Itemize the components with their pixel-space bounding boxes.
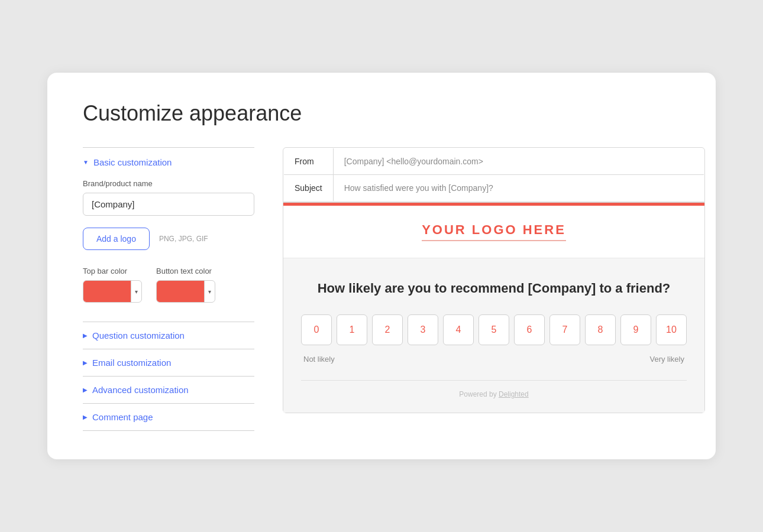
- nps-labels: Not likely Very likely: [301, 355, 687, 364]
- button-text-color-label: Button text color: [156, 267, 215, 275]
- nps-button-6[interactable]: 6: [514, 314, 545, 345]
- chevron-right-icon: [83, 387, 88, 393]
- chevron-down-icon: [83, 159, 89, 166]
- nps-button-10[interactable]: 10: [656, 314, 687, 345]
- email-preview-table-wrapper: From [Company] <hello@yourdomain.com> Su…: [283, 147, 705, 202]
- advanced-customization-section[interactable]: Advanced customization: [83, 376, 254, 403]
- top-bar-color-field: Top bar color ▾: [83, 267, 142, 303]
- button-text-color-picker[interactable]: ▾: [156, 280, 215, 303]
- file-hint: PNG, JPG, GIF: [159, 235, 208, 243]
- add-logo-button[interactable]: Add a logo: [83, 228, 150, 250]
- powered-by-text: Powered by: [459, 390, 496, 398]
- nps-button-9[interactable]: 9: [620, 314, 651, 345]
- button-text-color-swatch: [157, 281, 204, 302]
- comment-page-section[interactable]: Comment page: [83, 403, 254, 431]
- brand-name-input[interactable]: [83, 193, 254, 216]
- nps-scale: 012345678910: [301, 314, 687, 345]
- powered-by-brand[interactable]: Delighted: [499, 390, 529, 398]
- brand-name-field: Brand/product name: [83, 179, 254, 216]
- advanced-customization-label: Advanced customization: [92, 385, 189, 395]
- chevron-right-icon: [83, 332, 88, 339]
- nps-button-0[interactable]: 0: [301, 314, 332, 345]
- subject-label: Subject: [284, 175, 334, 202]
- main-card: Customize appearance Basic customization…: [47, 73, 716, 459]
- question-customization-section[interactable]: Question customization: [83, 322, 254, 349]
- chevron-right-icon: [83, 414, 88, 420]
- logo-row: Add a logo PNG, JPG, GIF: [83, 228, 254, 250]
- comment-page-label: Comment page: [92, 412, 153, 422]
- from-value: [Company] <hello@yourdomain.com>: [333, 148, 704, 175]
- from-label: From: [284, 148, 334, 175]
- powered-by: Powered by Delighted: [301, 380, 687, 398]
- email-preview-table: From [Company] <hello@yourdomain.com> Su…: [283, 148, 704, 202]
- top-bar-color-picker[interactable]: ▾: [83, 280, 142, 303]
- nps-button-5[interactable]: 5: [479, 314, 509, 345]
- page-title: Customize appearance: [83, 101, 680, 126]
- survey-body: How likely are you to recommend [Company…: [283, 258, 704, 413]
- left-panel: Basic customization Brand/product name A…: [83, 147, 254, 431]
- not-likely-label: Not likely: [303, 355, 335, 364]
- top-bar-color-label: Top bar color: [83, 267, 142, 275]
- nps-button-2[interactable]: 2: [372, 314, 403, 345]
- nps-button-4[interactable]: 4: [443, 314, 474, 345]
- email-customization-label: Email customization: [92, 358, 171, 368]
- button-color-dropdown-arrow-icon: ▾: [204, 281, 215, 302]
- nps-button-7[interactable]: 7: [549, 314, 580, 345]
- survey-question: How likely are you to recommend [Company…: [301, 280, 687, 298]
- nps-button-1[interactable]: 1: [337, 314, 367, 345]
- basic-customization-header[interactable]: Basic customization: [83, 157, 254, 167]
- basic-customization-label: Basic customization: [93, 157, 172, 167]
- nps-button-8[interactable]: 8: [585, 314, 616, 345]
- brand-name-label: Brand/product name: [83, 179, 254, 188]
- subject-row: Subject How satisfied were you with [Com…: [284, 175, 704, 202]
- survey-preview: YOUR LOGO HERE How likely are you to rec…: [283, 202, 705, 413]
- from-row: From [Company] <hello@yourdomain.com>: [284, 148, 704, 175]
- very-likely-label: Very likely: [649, 355, 684, 364]
- logo-area: YOUR LOGO HERE: [283, 206, 704, 258]
- button-text-color-field: Button text color ▾: [156, 267, 215, 303]
- content-layout: Basic customization Brand/product name A…: [83, 147, 680, 431]
- top-bar-color-swatch: [83, 281, 131, 302]
- email-customization-section[interactable]: Email customization: [83, 349, 254, 376]
- color-dropdown-arrow-icon: ▾: [131, 281, 141, 302]
- nps-button-3[interactable]: 3: [408, 314, 438, 345]
- question-customization-label: Question customization: [92, 330, 185, 340]
- right-panel: From [Company] <hello@yourdomain.com> Su…: [283, 147, 705, 413]
- logo-placeholder: YOUR LOGO HERE: [422, 222, 566, 241]
- subject-value: How satisfied were you with [Company]?: [333, 175, 704, 202]
- chevron-right-icon: [83, 359, 88, 366]
- color-row: Top bar color ▾ Button text color ▾: [83, 267, 254, 303]
